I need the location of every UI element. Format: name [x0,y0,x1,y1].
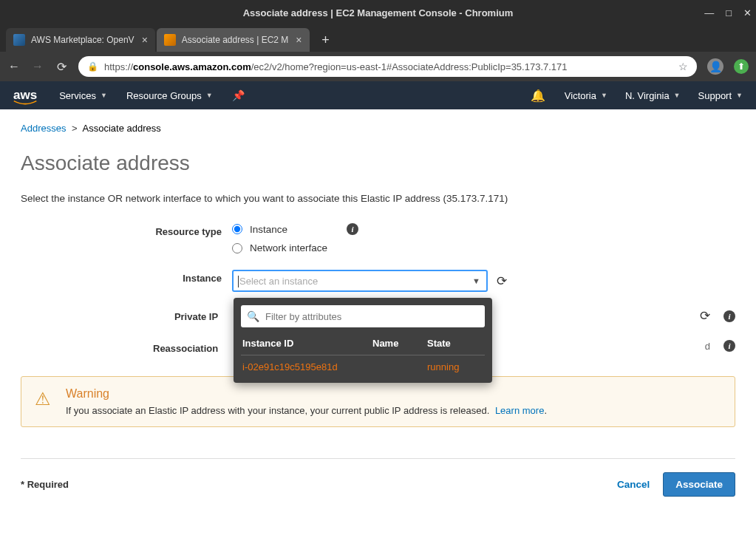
back-icon[interactable]: ← [7,60,21,73]
minimize-icon[interactable]: — [704,7,714,18]
nav-label: Services [59,90,96,101]
nav-support[interactable]: Support ▼ [698,90,743,101]
nav-user[interactable]: Victoria ▼ [565,90,607,101]
tab-close-icon[interactable]: × [142,34,148,46]
pin-icon: 📌 [232,89,245,101]
row-instance: Instance Select an instance ▼ 🔍 Instance… [21,270,735,292]
radio-instance-label: Instance [250,224,287,235]
profile-avatar-icon[interactable]: 👤 [707,58,723,75]
required-note: * Required [21,479,69,490]
reload-icon[interactable]: ⟳ [55,60,68,74]
footer: * Required Cancel Associate [21,458,735,497]
info-icon[interactable]: i [347,223,358,235]
tab-title: AWS Marketplace: OpenV [31,35,134,45]
col-name: Name [372,338,427,349]
favicon-icon [13,34,25,46]
dropdown-search[interactable]: 🔍 [241,305,485,327]
warning-box: ⚠ Warning If you associate an Elastic IP… [21,376,735,427]
cell-state: running [427,361,483,372]
col-state: State [427,338,483,349]
close-window-icon[interactable]: ✕ [743,7,752,18]
cell-name [372,361,427,372]
nav-label: Victoria [565,90,596,101]
bookmark-star-icon[interactable]: ☆ [678,61,688,72]
nav-label: Support [698,90,732,101]
window-titlebar: Associate address | EC2 Management Conso… [0,0,756,25]
instance-dropdown: 🔍 Instance ID Name State i-02e91c19c5195… [234,298,492,383]
instance-combobox[interactable]: Select an instance ▼ 🔍 Instance ID Name … [232,270,488,292]
page-title: Associate address [21,151,735,175]
dropdown-row[interactable]: i-02e91c19c5195e81d running [241,355,485,375]
chevron-down-icon: ▼ [601,92,607,99]
search-icon: 🔍 [247,310,259,322]
aws-header: aws Services ▼ Resource Groups ▼ 📌 🔔 Vic… [0,81,756,109]
radio-network-interface[interactable] [232,243,242,253]
breadcrumb-addresses-link[interactable]: Addresses [21,123,66,134]
chevron-down-icon: ▼ [736,92,743,99]
page-instruction: Select the instance OR network interface… [21,193,735,204]
filter-input[interactable] [265,311,479,322]
chevron-down-icon: ▼ [472,276,480,285]
browser-tabstrip: AWS Marketplace: OpenV × Associate addre… [0,25,756,52]
label-resource-type: Resource type [21,223,232,237]
radio-ni-label: Network interface [250,242,327,253]
label-instance: Instance [21,270,232,284]
tab-title: Associate address | EC2 M [182,35,289,45]
label-private-ip: Private IP [21,308,228,322]
info-icon[interactable]: i [723,310,735,322]
notifications-icon[interactable]: 🔔 [531,89,545,103]
aws-swoosh-icon [13,99,37,106]
nav-region[interactable]: N. Virginia ▼ [625,90,681,101]
cancel-button[interactable]: Cancel [617,479,650,490]
browser-tab-marketplace[interactable]: AWS Marketplace: OpenV × [6,28,155,52]
url-text: https://console.aws.amazon.com/ec2/v2/ho… [104,61,672,72]
window-controls: — □ ✕ [704,7,752,18]
address-bar[interactable]: 🔒 https://console.aws.amazon.com/ec2/v2/… [78,56,697,77]
dropdown-header-row: Instance ID Name State [241,335,485,355]
associate-button[interactable]: Associate [663,472,735,497]
warning-text: If you associate an Elastic IP address w… [66,405,547,416]
breadcrumb-separator: > [72,123,78,134]
nav-resource-groups[interactable]: Resource Groups ▼ [126,90,213,101]
col-instance-id: Instance ID [242,338,372,349]
cell-instance-id: i-02e91c19c5195e81d [242,361,372,372]
maximize-icon[interactable]: □ [726,7,732,18]
chevron-down-icon: ▼ [674,92,681,99]
aws-logo[interactable]: aws [13,88,37,103]
favicon-icon [164,34,176,46]
new-tab-button[interactable]: + [316,30,336,50]
tab-close-icon[interactable]: × [296,34,302,46]
chevron-down-icon: ▼ [101,92,107,99]
nav-pin[interactable]: 📌 [232,89,245,101]
lock-icon: 🔒 [87,61,98,72]
nav-label: Resource Groups [126,90,202,101]
breadcrumb-current: Associate address [83,123,161,134]
extension-icon[interactable]: ⬆ [734,59,749,74]
refresh-icon[interactable]: ⟳ [497,273,507,289]
warning-title: Warning [66,387,547,401]
learn-more-link[interactable]: Learn more [495,405,544,416]
combobox-placeholder: Select an instance [239,276,318,287]
refresh-icon[interactable]: ⟳ [700,308,710,324]
breadcrumb: Addresses > Associate address [21,123,735,134]
window-title: Associate address | EC2 Management Conso… [243,7,514,18]
page-content: Addresses > Associate address Associate … [0,109,756,440]
label-reassociation: Reassociation [21,340,228,354]
warning-text-body: If you associate an Elastic IP address w… [66,405,489,416]
info-icon[interactable]: i [723,340,735,352]
reassoc-trail: d [705,341,710,352]
chevron-down-icon: ▼ [206,92,213,99]
row-resource-type: Resource type Instance i Network interfa… [21,223,735,253]
nav-label: N. Virginia [625,90,670,101]
browser-tab-ec2[interactable]: Associate address | EC2 M × [157,28,310,52]
nav-services[interactable]: Services ▼ [59,90,107,101]
warning-icon: ⚠ [35,387,51,416]
radio-instance[interactable] [232,224,242,234]
browser-toolbar: ← → ⟳ 🔒 https://console.aws.amazon.com/e… [0,52,756,81]
forward-icon[interactable]: → [31,60,44,73]
